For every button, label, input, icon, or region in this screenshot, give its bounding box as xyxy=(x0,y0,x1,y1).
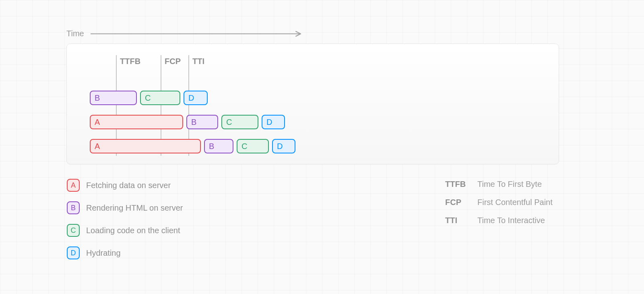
metrics-legend-item: TTITime To Interactive xyxy=(445,216,553,225)
timeline-marker-label: TTI xyxy=(192,57,204,66)
metrics-legend-key: TTFB xyxy=(445,180,477,189)
legend-item: BRendering HTML on server xyxy=(67,201,183,214)
metrics-legend-item: TTFBTime To First Byte xyxy=(445,180,553,189)
metrics-legend-desc: Time To First Byte xyxy=(477,180,542,189)
arrow-right-icon xyxy=(91,31,306,37)
legend-item: CLoading code on the client xyxy=(67,224,183,237)
legend-item: AFetching data on server xyxy=(67,179,183,192)
timeline-segment-d: D xyxy=(262,115,285,129)
legend-badge-c: C xyxy=(67,224,80,237)
metrics-legend-desc: First Contentful Paint xyxy=(477,198,553,207)
timeline-segment-b: B xyxy=(186,115,218,129)
legend-item: DHydrating xyxy=(67,246,183,259)
metrics-legend: TTFBTime To First ByteFCPFirst Contentfu… xyxy=(445,180,553,225)
timeline-panel: TTFBFCPTTI BCDABCDABCD xyxy=(66,43,559,164)
timeline-segment-d: D xyxy=(184,91,208,105)
legend-badge-d: D xyxy=(67,246,80,259)
timeline-segment-c: C xyxy=(221,115,258,129)
timeline-marker-label: FCP xyxy=(165,57,181,66)
stage-legend: AFetching data on serverBRendering HTML … xyxy=(67,179,183,259)
timeline-segment-d: D xyxy=(272,139,295,153)
legend-badge-a: A xyxy=(67,179,80,192)
time-axis: Time xyxy=(66,29,306,38)
legend-text: Fetching data on server xyxy=(86,181,171,190)
timeline-segment-b: B xyxy=(90,91,137,105)
metrics-legend-item: FCPFirst Contentful Paint xyxy=(445,198,553,207)
legend-text: Hydrating xyxy=(86,248,121,258)
metrics-legend-key: FCP xyxy=(445,198,477,207)
timeline-segment-a: A xyxy=(90,115,183,129)
timeline-segment-a: A xyxy=(90,139,201,153)
timeline-marker-label: TTFB xyxy=(120,57,140,66)
timeline-rows: BCDABCDABCD xyxy=(67,91,559,153)
legend-text: Loading code on the client xyxy=(86,226,180,235)
timeline-row: BCD xyxy=(90,91,559,105)
timeline-row: ABCD xyxy=(90,115,559,129)
timeline-segment-b: B xyxy=(204,139,233,153)
timeline-segment-c: C xyxy=(237,139,269,153)
metrics-legend-key: TTI xyxy=(445,216,477,225)
metrics-legend-desc: Time To Interactive xyxy=(477,216,545,225)
time-axis-label: Time xyxy=(66,29,84,38)
legend-text: Rendering HTML on server xyxy=(86,203,183,213)
timeline-segment-c: C xyxy=(140,91,180,105)
legend-badge-b: B xyxy=(67,201,80,214)
timeline-row: ABCD xyxy=(90,139,559,153)
